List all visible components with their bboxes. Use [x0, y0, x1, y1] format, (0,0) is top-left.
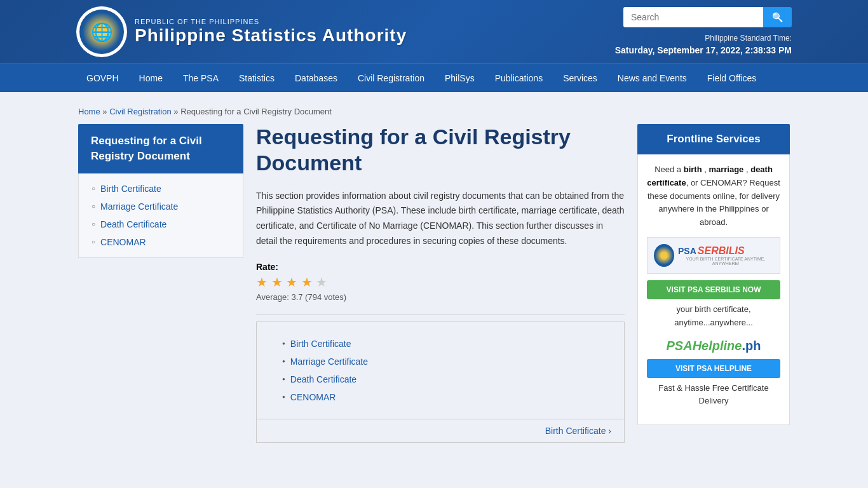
nav-item-news[interactable]: News and Events	[607, 64, 697, 92]
nav-item-philsys[interactable]: PhilSys	[435, 64, 485, 92]
list-item: Death Certificate	[79, 215, 243, 233]
nav-item-psa[interactable]: The PSA	[173, 64, 229, 92]
frontline-body: Need a birth , marriage , death certific…	[637, 154, 790, 425]
nav-item-home[interactable]: Home	[129, 64, 173, 92]
list-item: Marriage Certificate	[79, 198, 243, 215]
visit-helpline-button[interactable]: VISIT PSA HELPLINE	[647, 359, 780, 378]
logo-globe-icon	[79, 10, 124, 54]
sidebar-links: Birth Certificate Marriage Certificate D…	[78, 173, 243, 258]
nav-item-services[interactable]: Services	[553, 64, 607, 92]
left-sidebar: Requesting for a Civil Registry Document…	[78, 124, 243, 258]
list-item: CENOMAR	[282, 388, 611, 406]
birth-highlight: birth	[684, 165, 702, 174]
list-item: Death Certificate	[282, 370, 611, 388]
next-link[interactable]: Birth Certificate ›	[545, 426, 611, 436]
nav-item-databases[interactable]: Databases	[285, 64, 348, 92]
psa-serbilis-logo: PSA SERBILIS YOUR BIRTH CERTIFICATE ANYT…	[647, 237, 780, 274]
star-4: ★	[301, 275, 313, 289]
frontline-description: Need a birth , marriage , death certific…	[647, 163, 780, 229]
star-2: ★	[271, 275, 283, 289]
divider-top	[256, 315, 625, 315]
search-input[interactable]	[623, 7, 763, 27]
vote-info: Average: 3.7 (794 votes)	[256, 292, 625, 302]
content-link-marriage[interactable]: Marriage Certificate	[290, 356, 368, 367]
visit-serbilis-button[interactable]: VISIT PSA SERBILIS NOW	[647, 280, 780, 299]
rate-label: Rate:	[256, 262, 625, 272]
star-3: ★	[286, 275, 297, 289]
helpline-text: PSAHelpline	[667, 339, 742, 353]
time-label: Philippine Standard Time:	[615, 32, 792, 44]
nav-item-field-offices[interactable]: Field Offices	[697, 64, 767, 92]
nav-item-publications[interactable]: Publications	[485, 64, 553, 92]
serbilis-brand: PSA SERBILIS YOUR BIRTH CERTIFICATE ANYT…	[678, 245, 773, 266]
search-bar[interactable]	[623, 7, 792, 27]
breadcrumb: Home » Civil Registration » Requesting f…	[78, 102, 790, 124]
rate-section: Rate: ★ ★ ★ ★ ★ Average: 3.7 (794 votes)	[256, 262, 625, 302]
list-item: Marriage Certificate	[282, 353, 611, 370]
nav-item-govph[interactable]: GOVPH	[76, 64, 129, 92]
org-name: Philippine Statistics Authority	[135, 25, 407, 46]
serbilis-label: SERBILIS	[698, 245, 745, 257]
links-box-footer: Birth Certificate ›	[257, 419, 624, 442]
serbilis-logo-icon	[654, 244, 674, 267]
frontline-title: Frontline Services	[637, 124, 790, 154]
page-description: This section provides information about …	[256, 189, 625, 249]
helpline-domain: .ph	[742, 339, 761, 353]
sidebar-link-birth[interactable]: Birth Certificate	[100, 184, 161, 194]
breadcrumb-civil-reg[interactable]: Civil Registration	[109, 107, 172, 116]
right-sidebar: Frontline Services Need a birth , marria…	[637, 124, 790, 425]
serbilis-sub: YOUR BIRTH CERTIFICATE ANYTIME, ANYWHERE…	[678, 257, 773, 266]
sidebar-link-death[interactable]: Death Certificate	[100, 219, 166, 229]
serbilis-tagline: your birth certificate, anytime...anywhe…	[647, 303, 780, 330]
nav-item-statistics[interactable]: Statistics	[229, 64, 285, 92]
content-link-cenomar[interactable]: CENOMAR	[290, 392, 336, 402]
sidebar-link-marriage[interactable]: Marriage Certificate	[100, 201, 178, 212]
sidebar-link-cenomar[interactable]: CENOMAR	[100, 237, 146, 247]
breadcrumb-home[interactable]: Home	[78, 107, 100, 116]
time-display: Philippine Standard Time: Saturday, Sept…	[615, 32, 792, 57]
list-item: CENOMAR	[79, 233, 243, 251]
header-right: Philippine Standard Time: Saturday, Sept…	[615, 7, 792, 57]
breadcrumb-current: Requesting for a Civil Registry Document	[180, 107, 332, 116]
logo-area: REPUBLIC OF THE PHILIPPINES Philippine S…	[76, 6, 407, 57]
republic-label: REPUBLIC OF THE PHILIPPINES	[135, 18, 407, 25]
marriage-highlight: marriage	[709, 165, 743, 174]
psa-helpline-logo: PSAHelpline.ph	[647, 337, 780, 354]
psa-label: PSA	[678, 246, 696, 256]
datetime-value: Saturday, September 17, 2022, 2:38:33 PM	[615, 44, 792, 57]
star-5-empty: ★	[316, 275, 327, 289]
search-button[interactable]	[763, 7, 792, 27]
list-item: Birth Certificate	[79, 180, 243, 198]
main-nav: GOVPH Home The PSA Statistics Databases …	[0, 64, 868, 92]
nav-item-civil-reg[interactable]: Civil Registration	[348, 64, 435, 92]
delivery-text: Fast & Hassle Free Certificate Delivery	[647, 382, 780, 409]
org-text: REPUBLIC OF THE PHILIPPINES Philippine S…	[135, 18, 407, 46]
page-title: Requesting for a Civil Registry Document	[256, 124, 625, 176]
list-item: Birth Certificate	[282, 335, 611, 353]
main-content: Requesting for a Civil Registry Document…	[256, 124, 625, 456]
star-rating[interactable]: ★ ★ ★ ★ ★	[256, 274, 625, 290]
sidebar-title: Requesting for a Civil Registry Document	[78, 124, 243, 173]
psa-logo	[76, 6, 127, 57]
links-box: Birth Certificate Marriage Certificate D…	[256, 322, 625, 443]
star-1: ★	[256, 275, 268, 289]
content-link-death[interactable]: Death Certificate	[290, 374, 356, 384]
content-link-birth[interactable]: Birth Certificate	[290, 339, 351, 349]
